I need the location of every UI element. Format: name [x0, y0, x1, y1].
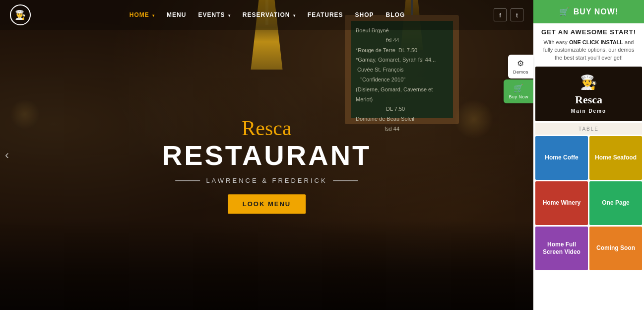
nav-menu[interactable]: MENU [163, 9, 190, 20]
nav-events-arrow: ▾ [228, 13, 231, 18]
demo-seafood-label: Home Seafood [595, 154, 637, 162]
demo-seafood-overlay: Home Seafood [589, 136, 642, 180]
cart-icon-btn: 🛒 [559, 7, 570, 16]
nav-features[interactable]: FEATURES [304, 9, 347, 20]
twitter-link[interactable]: t [511, 8, 523, 21]
main-hero-area: Boeuf Brgyné fsl 44 *Rouge de Terre DL 7… [0, 0, 533, 310]
slider-prev-button[interactable]: ‹ [5, 148, 9, 162]
demo-item-home-winery[interactable]: Home Winery [535, 181, 588, 225]
demo-fullscreen-overlay: Home Full Screen Video [535, 227, 588, 270]
demo-item-home-coffe[interactable]: Home Coffe [535, 136, 588, 180]
demos-tab[interactable]: ⚙ Demos [508, 55, 533, 78]
facebook-link[interactable]: f [494, 8, 507, 21]
demo-winery-overlay: Home Winery [535, 181, 588, 225]
demo-comingsoon-label: Coming Soon [596, 244, 635, 252]
demo-item-full-screen[interactable]: Home Full Screen Video [535, 227, 588, 270]
demo-item-home-seafood[interactable]: Home Seafood [589, 136, 642, 180]
cart-icon: 🛒 [514, 83, 523, 93]
ambient-light-left [10, 99, 40, 129]
chalkboard: Boeuf Brgyné fsl 44 *Rouge de Terre DL 7… [345, 15, 459, 124]
panel-sub-before: With easy [544, 39, 569, 45]
buy-now-label: BUY NOW! [574, 7, 618, 16]
demo-coffe-label: Home Coffe [545, 154, 578, 162]
nav-home-arrow: ▾ [152, 13, 155, 18]
nav-shop[interactable]: SHOP [351, 9, 378, 20]
gear-icon: ⚙ [517, 59, 524, 68]
nav-logo[interactable]: 👨‍🍳 [10, 4, 31, 25]
demo-item-main[interactable]: 👨‍🍳 Resca Main Demo [535, 67, 642, 121]
nav-social: f t [494, 8, 523, 21]
table-strip: TABLE [535, 123, 642, 135]
nav-reservation-arrow: ▾ [293, 13, 296, 18]
buy-now-button[interactable]: 🛒 BUY NOW! [533, 0, 644, 23]
hero-subtitle: LAWRENCE & FREDERICK [162, 177, 372, 184]
demo-grid: 👨‍🍳 Resca Main Demo TABLE Home Coffe Hom… [533, 67, 644, 270]
hero-brand: Resca [162, 116, 372, 140]
nav-reservation[interactable]: RESERVATION ▾ [239, 9, 300, 20]
demo-item-coming-soon[interactable]: Coming Soon [589, 227, 642, 270]
buy-now-tab-label: Buy Now [509, 94, 528, 99]
demo-comingsoon-overlay: Coming Soon [589, 227, 642, 270]
demo-main-brand: Resca [575, 93, 602, 107]
ambient-light-right [454, 99, 494, 139]
table-label: TABLE [579, 126, 599, 132]
navbar: 👨‍🍳 HOME ▾ MENU EVENTS ▾ RESERVATION ▾ F… [0, 0, 533, 30]
nav-home[interactable]: HOME ▾ [126, 9, 159, 20]
demo-main-overlay: 👨‍🍳 Resca Main Demo [535, 67, 642, 121]
demo-main-logo-icon: 👨‍🍳 [580, 74, 597, 91]
demo-fullscreen-label: Home Full Screen Video [537, 241, 586, 256]
buy-now-tab[interactable]: 🛒 Buy Now [504, 79, 533, 103]
panel-sub: With easy ONE CLICK INSTALL and fully cu… [533, 37, 644, 67]
chef-hat-icon: 👨‍🍳 [15, 9, 26, 20]
demo-onepage-overlay: One Page [589, 181, 642, 225]
panel-headline: GET AN AWESOME START! [533, 23, 644, 37]
nav-blog[interactable]: BLOG [382, 9, 409, 20]
nav-links: HOME ▾ MENU EVENTS ▾ RESERVATION ▾ FEATU… [41, 9, 494, 20]
nav-events[interactable]: EVENTS ▾ [194, 9, 234, 20]
table-overlay [0, 221, 533, 310]
demo-onepage-label: One Page [602, 199, 629, 207]
look-menu-button[interactable]: LOOK MENU [228, 194, 306, 214]
hero-title: RESTAURANT [162, 140, 372, 171]
demo-coffe-overlay: Home Coffe [535, 136, 588, 180]
demos-tab-label: Demos [513, 70, 528, 75]
hero-content: Resca RESTAURANT LAWRENCE & FREDERICK LO… [162, 116, 372, 214]
demo-winery-label: Home Winery [543, 199, 581, 207]
demo-item-one-page[interactable]: One Page [589, 181, 642, 225]
panel-sub-bold: ONE CLICK INSTALL [569, 39, 623, 45]
side-widget: ⚙ Demos 🛒 Buy Now [504, 55, 533, 104]
right-panel: 🛒 BUY NOW! GET AN AWESOME START! With ea… [533, 0, 644, 310]
demo-main-subtitle: Main Demo [571, 108, 606, 114]
